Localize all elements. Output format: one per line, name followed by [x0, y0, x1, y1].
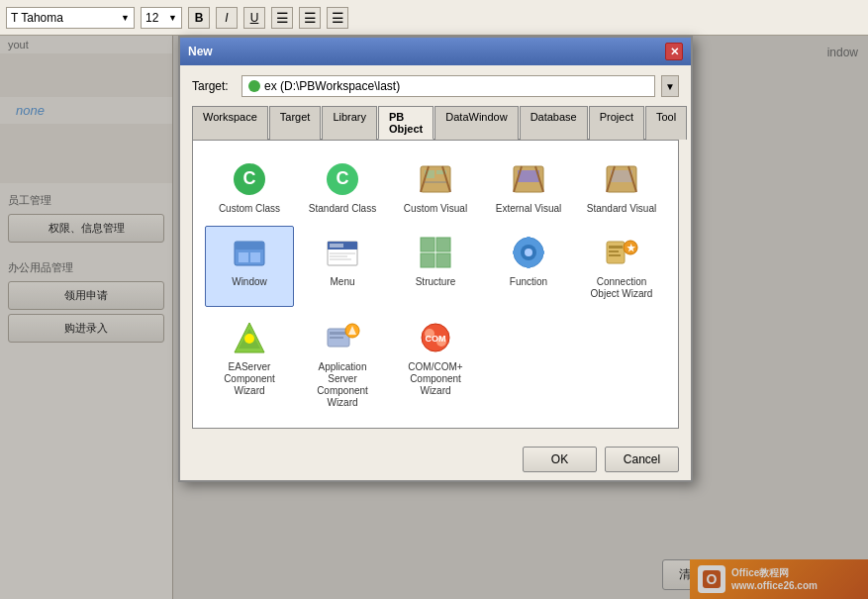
- structure-icon: [416, 233, 455, 272]
- icons-grid: C Custom Class C Standard Class: [201, 149, 670, 420]
- easerver-component-wizard-icon: [230, 318, 269, 357]
- underline-button[interactable]: U: [243, 7, 265, 29]
- menu-icon: [323, 233, 362, 272]
- standard-visual-icon: [602, 159, 641, 199]
- external-visual-icon: [509, 159, 548, 199]
- application-server-component-wizard-icon: [323, 318, 362, 357]
- svg-rect-35: [527, 237, 530, 243]
- svg-rect-20: [239, 252, 248, 262]
- svg-rect-11: [518, 170, 539, 182]
- svg-rect-29: [436, 238, 450, 251]
- custom-class-item[interactable]: C Custom Class: [205, 152, 294, 222]
- easerver-component-wizard-label: EAServer Component Wizard: [210, 361, 289, 397]
- svg-rect-30: [421, 253, 434, 267]
- window-item[interactable]: Window: [205, 226, 294, 307]
- target-value: ex (D:\PBWorkspace\last): [264, 79, 400, 93]
- svg-rect-24: [330, 244, 343, 248]
- tab-tool[interactable]: Tool: [645, 106, 687, 140]
- application-server-component-wizard-item[interactable]: Application Server Component Wizard: [298, 311, 387, 416]
- font-size-label: 12: [145, 11, 158, 25]
- comcom-component-wizard-label: COM/COM+ Component Wizard: [396, 361, 475, 397]
- font-name-label: T Tahoma: [11, 11, 63, 25]
- tab-project[interactable]: Project: [589, 106, 644, 140]
- svg-rect-37: [513, 250, 519, 254]
- svg-rect-28: [421, 238, 434, 251]
- svg-rect-15: [611, 170, 632, 182]
- comcom-component-wizard-item[interactable]: COM COM/COM+ Component Wizard: [391, 311, 480, 416]
- close-button[interactable]: ✕: [665, 43, 683, 60]
- svg-rect-42: [609, 254, 621, 256]
- svg-rect-41: [609, 250, 619, 252]
- custom-class-label: Custom Class: [219, 203, 280, 215]
- structure-label: Structure: [416, 276, 456, 288]
- font-dropdown-arrow: ▼: [121, 13, 130, 23]
- bold-button[interactable]: B: [188, 7, 210, 29]
- ok-button[interactable]: OK: [523, 447, 597, 472]
- tab-workspace[interactable]: Workspace: [192, 106, 268, 140]
- dialog-footer: OK Cancel: [180, 439, 691, 480]
- target-dropdown-button[interactable]: ▼: [661, 75, 679, 97]
- dialog-titlebar: New ✕: [180, 38, 691, 65]
- application-server-component-wizard-label: Application Server Component Wizard: [303, 361, 382, 409]
- function-label: Function: [510, 276, 547, 288]
- standard-class-label: Standard Class: [309, 203, 376, 215]
- comcom-component-wizard-icon: COM: [416, 318, 455, 357]
- structure-item[interactable]: Structure: [391, 226, 480, 307]
- svg-point-47: [244, 334, 254, 344]
- svg-text:C: C: [337, 168, 349, 188]
- window-icon: [230, 233, 269, 272]
- connection-object-wizard-icon: ★: [602, 233, 641, 272]
- standard-class-item[interactable]: C Standard Class: [298, 152, 387, 222]
- tab-target[interactable]: Target: [269, 106, 322, 140]
- custom-visual-label: Custom Visual: [404, 203, 467, 215]
- italic-button[interactable]: I: [216, 7, 238, 29]
- align-right-button[interactable]: ☰: [327, 7, 348, 29]
- svg-rect-40: [609, 246, 623, 249]
- tab-library[interactable]: Library: [322, 106, 377, 140]
- menu-item[interactable]: Menu: [298, 226, 387, 307]
- font-family-select[interactable]: T Tahoma ▼: [6, 7, 135, 29]
- connection-object-wizard-label: Connection Object Wizard: [582, 276, 661, 300]
- cancel-button[interactable]: Cancel: [605, 447, 679, 472]
- target-row: Target: ex (D:\PBWorkspace\last) ▼: [192, 75, 679, 97]
- custom-visual-item[interactable]: Custom Visual: [391, 152, 480, 222]
- external-visual-item[interactable]: External Visual: [484, 152, 573, 222]
- function-icon: [509, 233, 548, 272]
- svg-rect-21: [250, 252, 260, 262]
- target-input[interactable]: ex (D:\PBWorkspace\last): [241, 75, 655, 97]
- font-size-select[interactable]: 12 ▼: [141, 7, 182, 29]
- menu-label: Menu: [330, 276, 354, 288]
- connection-object-wizard-item[interactable]: ★ Connection Object Wizard: [577, 226, 666, 307]
- standard-visual-label: Standard Visual: [587, 203, 656, 215]
- svg-rect-50: [330, 337, 343, 339]
- toolbar: T Tahoma ▼ 12 ▼ B I U ☰ ☰ ☰: [0, 0, 868, 36]
- dialog-body: Target: ex (D:\PBWorkspace\last) ▼ Works…: [180, 65, 691, 439]
- custom-visual-icon: [416, 159, 455, 199]
- svg-rect-49: [330, 332, 347, 335]
- standard-class-icon: C: [323, 159, 362, 199]
- custom-class-icon: C: [230, 159, 269, 199]
- svg-text:C: C: [243, 168, 256, 188]
- font-size-arrow: ▼: [168, 13, 177, 23]
- function-item[interactable]: Function: [484, 226, 573, 307]
- icons-panel: C Custom Class C Standard Class: [192, 140, 679, 429]
- tab-database[interactable]: Database: [520, 106, 588, 140]
- svg-rect-19: [235, 242, 264, 250]
- svg-rect-38: [538, 250, 544, 254]
- target-icon: [248, 80, 260, 92]
- tab-datawindow[interactable]: DataWindow: [434, 106, 518, 140]
- svg-rect-31: [436, 253, 450, 267]
- align-center-button[interactable]: ☰: [299, 7, 321, 29]
- svg-text:COM: COM: [426, 334, 446, 344]
- svg-text:★: ★: [627, 243, 636, 253]
- align-left-button[interactable]: ☰: [271, 7, 293, 29]
- tab-pbobject[interactable]: PB Object: [378, 106, 434, 140]
- tabs-container: Workspace Target Library PB Object DataW…: [192, 105, 679, 140]
- svg-rect-36: [527, 262, 530, 268]
- window-label-icon: Window: [232, 276, 267, 288]
- external-visual-label: External Visual: [496, 203, 562, 215]
- svg-point-34: [525, 249, 532, 256]
- target-label: Target:: [192, 79, 236, 93]
- standard-visual-item[interactable]: Standard Visual: [577, 152, 666, 222]
- easerver-component-wizard-item[interactable]: EAServer Component Wizard: [205, 311, 294, 416]
